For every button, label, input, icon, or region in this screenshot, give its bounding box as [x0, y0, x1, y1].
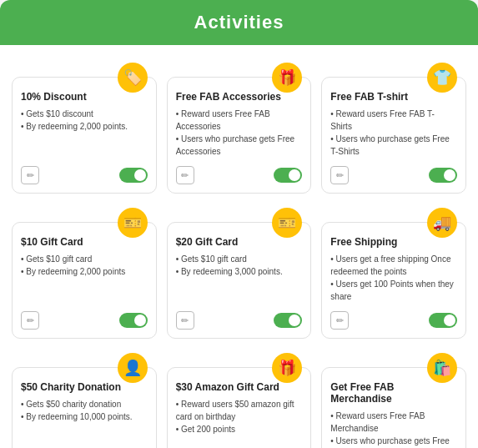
list-item: Gets $10 gift card [176, 253, 303, 265]
card-footer-gift-card-10: ✏ [21, 311, 148, 330]
card-fab-accessories: 🎁Free FAB AccessoriesReward users Free F… [167, 77, 312, 194]
card-body-fab-accessories: Reward users Free FAB AccessoriesUsers w… [176, 108, 303, 159]
card-gift-card-10: 🎫$10 Gift CardGets $10 gift cardBy redee… [12, 222, 157, 339]
card-icon-gift-card-10: 🎫 [118, 208, 148, 238]
card-footer-discount: ✏ [21, 166, 148, 184]
list-item: Get 200 points [176, 423, 303, 435]
list-item: By redeeming 2,000 points. [21, 120, 148, 133]
card-footer-fab-accessories: ✏ [176, 166, 303, 184]
card-icon-fab-tshirt: 👕 [427, 63, 457, 93]
edit-button-gift-card-20[interactable]: ✏ [176, 311, 194, 330]
list-item: Users who purchase gets Free T-Shirts [330, 133, 457, 158]
card-icon-discount: 🏷️ [118, 63, 148, 93]
edit-button-free-shipping[interactable]: ✏ [330, 311, 349, 330]
card-title-gift-card-10: $10 Gift Card [21, 236, 148, 248]
card-title-charity: $50 Charity Donation [21, 381, 148, 393]
card-footer-gift-card-20: ✏ [176, 311, 303, 330]
list-item: Users who purchase gets Free Accessories [176, 133, 303, 158]
card-title-free-shipping: Free Shipping [330, 236, 457, 248]
card-body-amazon-gift: Reward users $50 amazon gift card on bir… [176, 398, 303, 448]
toggle-free-shipping[interactable] [429, 313, 457, 328]
page-title: Activities [0, 12, 478, 33]
toggle-discount[interactable] [119, 168, 148, 183]
edit-button-discount[interactable]: ✏ [21, 166, 39, 184]
header: Activities [0, 0, 478, 45]
toggle-fab-accessories[interactable] [274, 168, 302, 183]
card-title-amazon-gift: $30 Amazon Gift Card [176, 381, 303, 393]
card-icon-fab-accessories: 🎁 [272, 63, 302, 93]
list-item: Reward users Free FAB Merchandise [330, 410, 457, 435]
card-footer-free-shipping: ✏ [330, 311, 457, 330]
card-body-fab-tshirt: Reward users Free FAB T- ShirtsUsers who… [330, 108, 457, 159]
toggle-gift-card-10[interactable] [119, 313, 148, 328]
cards-grid: 🏷️10% DiscountGets $10 discountBy redeem… [0, 45, 478, 448]
list-item: Reward users Free FAB T- Shirts [330, 108, 457, 133]
list-item: Reward users $50 amazon gift card on bir… [176, 398, 303, 423]
card-body-charity: Gets $50 charity donationBy redeeming 10… [21, 398, 148, 448]
card-footer-fab-tshirt: ✏ [330, 166, 457, 184]
card-body-discount: Gets $10 discountBy redeeming 2,000 poin… [21, 108, 148, 159]
card-title-fab-tshirt: Free FAB T-shirt [330, 91, 457, 103]
page-wrapper: Activities 🏷️10% DiscountGets $10 discou… [0, 0, 478, 448]
card-icon-charity: 👤 [118, 353, 148, 383]
card-body-gift-card-20: Gets $10 gift cardBy redeeming 3,000 poi… [176, 253, 303, 305]
list-item: Users who purchase gets Free merchandise [330, 435, 457, 448]
card-icon-merchandise: 🛍️ [427, 353, 457, 383]
card-title-merchandise: Get Free FAB Merchandise [330, 381, 457, 405]
card-fab-tshirt: 👕Free FAB T-shirtReward users Free FAB T… [321, 77, 466, 194]
card-title-discount: 10% Discount [21, 91, 148, 103]
card-icon-gift-card-20: 🎫 [272, 208, 302, 238]
list-item: Gets $10 gift card [21, 253, 148, 265]
list-item: By redeeming 10,000 points. [21, 410, 148, 423]
card-body-free-shipping: Users get a free shipping Once redeemed … [330, 253, 457, 305]
card-title-fab-accessories: Free FAB Accessories [176, 91, 303, 103]
card-body-gift-card-10: Gets $10 gift cardBy redeeming 2,000 poi… [21, 253, 148, 305]
card-gift-card-20: 🎫$20 Gift CardGets $10 gift cardBy redee… [167, 222, 312, 339]
list-item: By redeeming 3,000 points. [176, 265, 303, 278]
card-discount: 🏷️10% DiscountGets $10 discountBy redeem… [12, 77, 157, 194]
card-merchandise: 🛍️Get Free FAB MerchandiseReward users F… [321, 367, 466, 448]
card-free-shipping: 🚚Free ShippingUsers get a free shipping … [321, 222, 466, 339]
card-icon-free-shipping: 🚚 [427, 208, 457, 238]
list-item: Gets $10 discount [21, 108, 148, 120]
edit-button-fab-accessories[interactable]: ✏ [176, 166, 194, 184]
edit-button-gift-card-10[interactable]: ✏ [21, 311, 39, 330]
edit-button-fab-tshirt[interactable]: ✏ [330, 166, 349, 184]
list-item: Reward users Free FAB Accessories [176, 108, 303, 133]
card-icon-amazon-gift: 🎁 [272, 353, 302, 383]
card-charity: 👤$50 Charity DonationGets $50 charity do… [12, 367, 157, 448]
card-amazon-gift: 🎁$30 Amazon Gift CardReward users $50 am… [167, 367, 312, 448]
toggle-fab-tshirt[interactable] [429, 168, 457, 183]
list-item: Users get 100 Points when they share [330, 278, 457, 303]
card-title-gift-card-20: $20 Gift Card [176, 236, 303, 248]
toggle-gift-card-20[interactable] [274, 313, 302, 328]
list-item: By redeeming 2,000 points [21, 265, 148, 278]
card-body-merchandise: Reward users Free FAB MerchandiseUsers w… [330, 410, 457, 448]
list-item: Users get a free shipping Once redeemed … [330, 253, 457, 278]
list-item: Gets $50 charity donation [21, 398, 148, 410]
